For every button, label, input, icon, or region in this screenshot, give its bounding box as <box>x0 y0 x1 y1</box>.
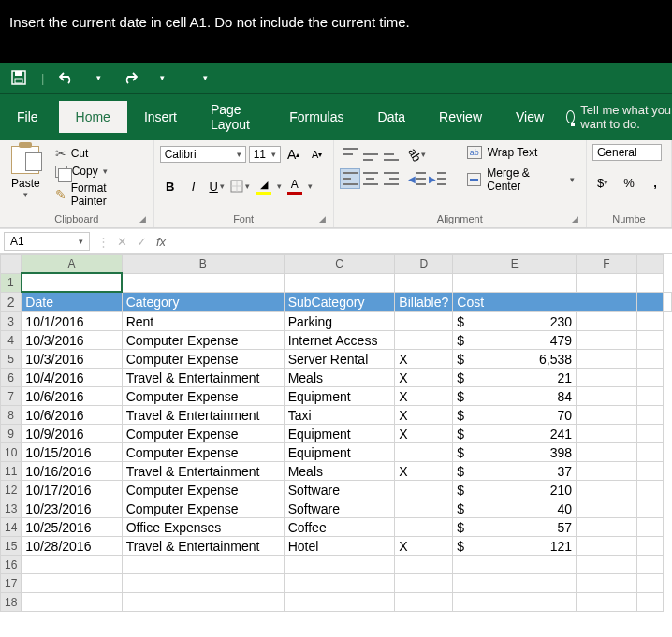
cell-billable[interactable]: X <box>395 537 453 556</box>
cell-category[interactable]: Rent <box>122 312 284 331</box>
cell-currency[interactable]: $121 <box>453 537 577 556</box>
cell-extra[interactable] <box>636 443 663 462</box>
cell-date[interactable]: 10/3/2016 <box>22 350 122 369</box>
cell-extra[interactable] <box>636 312 663 331</box>
decrease-font-button[interactable]: A▾ <box>307 144 328 165</box>
spreadsheet-grid[interactable]: ABCDEF12DateCategorySubCategoryBillable?… <box>0 254 672 612</box>
cell-subcategory[interactable]: Meals <box>284 462 395 481</box>
increase-font-button[interactable]: A▴ <box>284 144 304 165</box>
italic-button[interactable]: I <box>183 176 204 196</box>
select-all-corner[interactable] <box>1 255 22 274</box>
cell-category[interactable]: Computer Expense <box>122 350 284 369</box>
row-header-9[interactable]: 9 <box>1 425 22 443</box>
bold-button[interactable]: B <box>160 176 181 196</box>
percent-format-button[interactable]: % <box>619 172 639 193</box>
cell-billable[interactable] <box>395 518 453 537</box>
cut-button[interactable]: ✂Cut <box>51 144 148 163</box>
cell-currency[interactable]: $84 <box>453 387 577 406</box>
cell-subcategory[interactable]: Software <box>284 481 395 499</box>
cell-extra[interactable] <box>636 369 663 387</box>
redo-icon[interactable] <box>121 68 139 87</box>
tab-data[interactable]: Data <box>361 101 423 133</box>
increase-indent-button[interactable]: ▶ <box>428 168 448 189</box>
cell-extra[interactable] <box>636 425 663 443</box>
cell-r16-c0[interactable] <box>22 556 122 574</box>
cell-r16-c4[interactable] <box>453 556 577 574</box>
redo-dropdown-icon[interactable]: ▾ <box>153 68 171 87</box>
cell-subcategory[interactable]: Equipment <box>284 443 395 462</box>
cell-subcategory[interactable]: Server Rental <box>284 350 395 369</box>
header-cell-0[interactable]: Date <box>22 292 122 312</box>
row-header-5[interactable]: 5 <box>1 350 22 369</box>
cell-r16-c3[interactable] <box>395 556 453 574</box>
cell-date[interactable]: 10/17/2016 <box>22 481 122 499</box>
cell-category[interactable]: Travel & Entertainment <box>122 462 284 481</box>
cell-currency[interactable]: $230 <box>453 312 577 331</box>
cell-f[interactable] <box>577 537 637 556</box>
cell-extra[interactable] <box>636 481 663 499</box>
cell-date[interactable]: 10/25/2016 <box>22 518 122 537</box>
cell-f[interactable] <box>577 425 637 443</box>
save-icon[interactable] <box>9 68 28 87</box>
font-color-button[interactable]: A <box>285 176 305 196</box>
row-header-7[interactable]: 7 <box>1 387 22 406</box>
row-header-2[interactable]: 2 <box>1 292 22 312</box>
tab-file[interactable]: File <box>0 101 55 133</box>
row-header-10[interactable]: 10 <box>1 443 22 462</box>
header-cell-2[interactable]: SubCategory <box>284 292 395 312</box>
align-left-button[interactable] <box>340 168 360 189</box>
cell-r1-c2[interactable] <box>284 273 395 292</box>
cell-currency[interactable]: $479 <box>453 331 577 350</box>
cell-f[interactable] <box>577 443 637 462</box>
cell-currency[interactable]: $40 <box>453 499 577 518</box>
cell-billable[interactable]: X <box>395 406 453 425</box>
qat-customize-icon[interactable]: ▾ <box>196 68 214 87</box>
align-middle-button[interactable] <box>360 144 381 165</box>
cell-billable[interactable]: X <box>395 387 453 406</box>
cell-date[interactable]: 10/1/2016 <box>22 312 122 331</box>
cell-billable[interactable] <box>395 481 453 499</box>
cell-date[interactable]: 10/6/2016 <box>22 387 122 406</box>
col-header-A[interactable]: A <box>22 255 122 274</box>
row-header-8[interactable]: 8 <box>1 406 22 425</box>
row-header-18[interactable]: 18 <box>1 593 22 612</box>
row-header-4[interactable]: 4 <box>1 331 22 350</box>
cell-r17-c3[interactable] <box>395 574 453 593</box>
row-header-11[interactable]: 11 <box>1 462 22 481</box>
cell-subcategory[interactable]: Hotel <box>284 537 395 556</box>
tab-formulas[interactable]: Formulas <box>272 101 360 133</box>
cell-currency[interactable]: $210 <box>453 481 577 499</box>
cell-subcategory[interactable]: Software <box>284 499 395 518</box>
cell-currency[interactable]: $241 <box>453 425 577 443</box>
alignment-launcher-icon[interactable]: ◢ <box>572 214 578 224</box>
font-size-select[interactable]: 11▾ <box>249 146 281 163</box>
borders-button[interactable]: ▾ <box>230 176 251 196</box>
tab-review[interactable]: Review <box>422 101 499 133</box>
row-header-1[interactable]: 1 <box>1 273 22 292</box>
cell-date[interactable]: 10/15/2016 <box>22 443 122 462</box>
cell-date[interactable]: 10/23/2016 <box>22 499 122 518</box>
cell-r17-c6[interactable] <box>636 574 663 593</box>
cell-r18-c4[interactable] <box>453 593 577 612</box>
cell-r2-extra[interactable] <box>664 292 672 312</box>
cell-currency[interactable]: $70 <box>453 406 577 425</box>
copy-button[interactable]: Copy▾ <box>51 163 148 180</box>
cell-r17-c5[interactable] <box>577 574 637 593</box>
cell-r18-c3[interactable] <box>395 593 453 612</box>
row-header-17[interactable]: 17 <box>1 574 22 593</box>
undo-icon[interactable] <box>57 68 76 87</box>
tab-view[interactable]: View <box>499 101 561 133</box>
cell-extra[interactable] <box>636 331 663 350</box>
cell-date[interactable]: 10/9/2016 <box>22 425 122 443</box>
cell-billable[interactable]: X <box>395 425 453 443</box>
cell-billable[interactable]: X <box>395 462 453 481</box>
cell-category[interactable]: Office Expenses <box>122 518 284 537</box>
cell-category[interactable]: Computer Expense <box>122 443 284 462</box>
cell-r16-c2[interactable] <box>284 556 395 574</box>
col-header-F[interactable]: F <box>577 255 637 274</box>
cell-billable[interactable] <box>395 499 453 518</box>
cell-billable[interactable] <box>395 443 453 462</box>
name-box[interactable]: A1▾ <box>4 232 90 251</box>
cell-date[interactable]: 10/4/2016 <box>22 369 122 387</box>
cell-A1[interactable] <box>22 273 122 292</box>
